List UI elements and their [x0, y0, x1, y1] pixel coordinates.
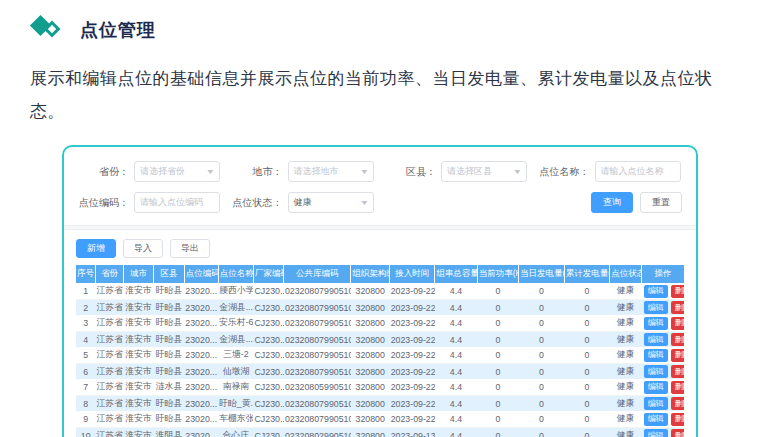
chevron-down-icon: ▼	[206, 168, 216, 175]
edit-button[interactable]: 编辑	[644, 381, 668, 394]
edit-button[interactable]: 编辑	[644, 285, 668, 298]
province-filter: 省份： 请选择省份 ▼	[76, 161, 224, 182]
edit-button[interactable]: 编辑	[644, 429, 668, 437]
cell-vendor-code: CJ230...	[253, 299, 283, 315]
cell-daily-energy: 0	[519, 379, 565, 395]
delete-button[interactable]: 删除	[671, 397, 684, 410]
export-button[interactable]: 导出	[170, 239, 210, 258]
cell-total-energy: 0	[564, 315, 610, 331]
delete-button[interactable]: 删除	[671, 381, 684, 394]
table-row: 6江苏省淮安市盱眙县23020...仙墩湖CJ230...02320807990…	[76, 363, 684, 379]
cell-point-name: 金湖县...	[218, 331, 253, 347]
edit-button[interactable]: 编辑	[644, 365, 668, 378]
point-code-input[interactable]: 请输入点位编码	[134, 192, 220, 213]
edit-button[interactable]: 编辑	[644, 333, 668, 346]
cell-province: 江苏省	[95, 347, 123, 363]
cell-vendor-code: CJ230...	[253, 347, 283, 363]
city-placeholder: 请选择地市	[294, 165, 339, 178]
cell-total-energy: 0	[564, 379, 610, 395]
cell-province: 江苏省	[95, 411, 123, 427]
cell-capacity-kw: 4.4	[435, 283, 478, 299]
cell-status: 健康	[610, 299, 642, 315]
table-header-row: 序号省份城市区县点位编码点位名称厂家编码公共库编码组织架构编码接入时间组串总容量…	[76, 265, 684, 283]
cell-actions: 编辑删除	[641, 299, 684, 315]
search-button[interactable]: 查询	[591, 192, 633, 213]
district-select[interactable]: 请选择区县 ▼	[441, 161, 527, 182]
reset-button[interactable]: 重置	[640, 192, 682, 213]
cell-vendor-code: CJ230...	[253, 427, 283, 437]
province-select[interactable]: 请选择省份 ▼	[134, 161, 220, 182]
cell-province: 江苏省	[95, 363, 123, 379]
cell-actions: 编辑删除	[641, 315, 684, 331]
column-header: 区县	[154, 265, 184, 283]
point-status-label: 点位状态：	[230, 196, 288, 210]
cell-district: 盱眙县	[154, 411, 184, 427]
delete-button[interactable]: 删除	[671, 413, 684, 426]
cell-status: 健康	[610, 411, 642, 427]
edit-button[interactable]: 编辑	[644, 317, 668, 330]
chevron-down-icon: ▼	[359, 199, 369, 206]
cell-index: 8	[76, 395, 95, 411]
cell-total-energy: 0	[564, 395, 610, 411]
cell-point-code: 23020...	[184, 363, 218, 379]
add-button[interactable]: 新增	[76, 239, 116, 258]
cell-current-power-kw: 0	[477, 379, 518, 395]
delete-button[interactable]: 删除	[671, 365, 684, 378]
district-placeholder: 请选择区县	[447, 165, 492, 178]
cell-status: 健康	[610, 315, 642, 331]
city-select[interactable]: 请选择地市 ▼	[288, 161, 374, 182]
column-header: 组织架构编码	[351, 265, 390, 283]
city-filter: 地市： 请选择地市 ▼	[230, 161, 378, 182]
column-header: 当前功率(KW)	[477, 265, 518, 283]
cell-city: 淮安市	[123, 379, 153, 395]
cell-access-time: 2023-09-22	[390, 395, 435, 411]
point-name-input[interactable]: 请输入点位名称	[595, 161, 681, 182]
cell-district: 淮阴县	[154, 427, 184, 437]
cell-vendor-code: CJ230...	[253, 379, 283, 395]
cell-vendor-code: CJ230...	[253, 283, 283, 299]
cell-actions: 编辑删除	[641, 283, 684, 299]
cell-access-time: 2023-09-22	[390, 379, 435, 395]
filter-bar: 省份： 请选择省份 ▼ 地市： 请选择地市 ▼ 区县： 请选择区县 ▼	[76, 159, 684, 217]
delete-button[interactable]: 删除	[671, 301, 684, 314]
delete-button[interactable]: 删除	[671, 317, 684, 330]
cell-daily-energy: 0	[519, 331, 565, 347]
cell-total-energy: 0	[564, 299, 610, 315]
cell-point-name: 安乐村-6	[218, 315, 253, 331]
point-name-filter: 点位名称： 请输入点位名称	[537, 161, 685, 182]
cell-org-code: 320800	[351, 427, 390, 437]
cell-city: 淮安市	[123, 331, 153, 347]
edit-button[interactable]: 编辑	[644, 413, 668, 426]
cell-daily-energy: 0	[519, 363, 565, 379]
edit-button[interactable]: 编辑	[644, 301, 668, 314]
cell-point-name: 金湖县...	[218, 299, 253, 315]
cell-public-code: 023208079905100223	[284, 363, 351, 379]
column-header: 城市	[123, 265, 153, 283]
cell-point-name: 盱眙_黄...	[218, 395, 253, 411]
cell-actions: 编辑删除	[641, 363, 684, 379]
page-description: 展示和编辑点位的基础信息并展示点位的当前功率、当日发电量、累计发电量以及点位状态…	[30, 62, 730, 128]
import-button[interactable]: 导入	[123, 239, 163, 258]
cell-current-power-kw: 0	[477, 427, 518, 437]
page: 点位管理 展示和编辑点位的基础信息并展示点位的当前功率、当日发电量、累计发电量以…	[0, 14, 760, 437]
edit-button[interactable]: 编辑	[644, 349, 668, 362]
delete-button[interactable]: 删除	[671, 429, 684, 437]
cell-vendor-code: CJ230...	[253, 411, 283, 427]
cell-actions: 编辑删除	[641, 331, 684, 347]
delete-button[interactable]: 删除	[671, 333, 684, 346]
cell-total-energy: 0	[564, 347, 610, 363]
cell-org-code: 320800	[351, 395, 390, 411]
cell-point-code: 23020...	[184, 315, 218, 331]
delete-button[interactable]: 删除	[671, 285, 684, 298]
cell-actions: 编辑删除	[641, 395, 684, 411]
cell-index: 1	[76, 283, 95, 299]
page-title: 点位管理	[80, 18, 156, 42]
point-status-select[interactable]: 健康 ▼	[288, 192, 374, 213]
cell-capacity-kw: 4.4	[435, 347, 478, 363]
edit-button[interactable]: 编辑	[644, 397, 668, 410]
cell-public-code: 023208079905100219	[284, 299, 351, 315]
cell-province: 江苏省	[95, 283, 123, 299]
delete-button[interactable]: 删除	[671, 349, 684, 362]
table-row: 2江苏省淮安市盱眙县23020...金湖县...CJ230...02320807…	[76, 299, 684, 315]
cell-point-name: 车棚东张	[218, 411, 253, 427]
